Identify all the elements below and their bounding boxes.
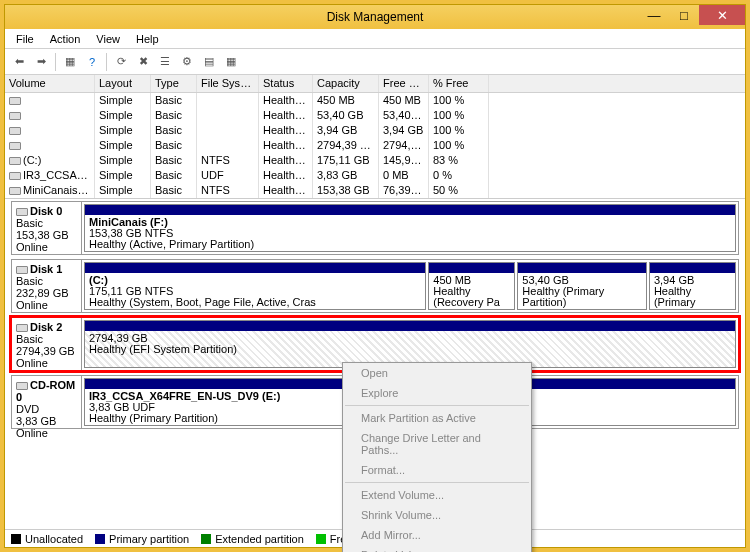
cell: Simple: [95, 183, 151, 198]
cell: Simple: [95, 108, 151, 123]
cell: Healthy (E...: [259, 138, 313, 153]
cell: (C:): [5, 153, 95, 168]
partition-bar: [650, 263, 735, 273]
volume-row[interactable]: SimpleBasicHealthy (E...2794,39 GB2794,3…: [5, 138, 745, 153]
close-button[interactable]: ✕: [699, 5, 745, 25]
cell: NTFS: [197, 153, 259, 168]
column-header[interactable]: % Free: [429, 75, 489, 92]
cell: 3,94 GB: [313, 123, 379, 138]
disk-info[interactable]: Disk 0Basic153,38 GBOnline: [12, 202, 82, 254]
cell: 53,40 GB: [379, 108, 429, 123]
cell: Basic: [151, 138, 197, 153]
column-header[interactable]: Layout: [95, 75, 151, 92]
cell: Simple: [95, 93, 151, 108]
menu-file[interactable]: File: [9, 31, 41, 47]
menu-action[interactable]: Action: [43, 31, 88, 47]
partition-body: 3,94 GBHealthy (Primary Partition): [650, 273, 735, 309]
legend-label: Primary partition: [109, 533, 189, 545]
context-item-delete-volume-: Delete Volume...: [343, 545, 531, 552]
partition-bar: [85, 321, 735, 331]
volume-list: VolumeLayoutTypeFile SystemStatusCapacit…: [5, 75, 745, 199]
volume-icon: [9, 127, 21, 135]
delete-icon[interactable]: ✖: [133, 52, 153, 72]
cell: Healthy (P...: [259, 123, 313, 138]
cell: Healthy (R...: [259, 93, 313, 108]
partition[interactable]: 2794,39 GBHealthy (EFI System Partition): [84, 320, 736, 368]
column-header[interactable]: File System: [197, 75, 259, 92]
cell: [5, 93, 95, 108]
cell: IR3_CCSA_X64FRE...: [5, 168, 95, 183]
partition[interactable]: (C:)175,11 GB NTFSHealthy (System, Boot,…: [84, 262, 426, 310]
context-item-format-: Format...: [343, 460, 531, 480]
cell: [5, 138, 95, 153]
disk-info[interactable]: Disk 2Basic2794,39 GBOnline: [12, 318, 82, 370]
column-header[interactable]: Status: [259, 75, 313, 92]
cell: Basic: [151, 183, 197, 198]
menubar: FileActionViewHelp: [5, 29, 745, 49]
graphical-view-icon[interactable]: ▦: [221, 52, 241, 72]
cell: [5, 123, 95, 138]
column-header[interactable]: Type: [151, 75, 197, 92]
cell: Healthy (A...: [259, 183, 313, 198]
cell: Simple: [95, 153, 151, 168]
column-header[interactable]: Volume: [5, 75, 95, 92]
partition[interactable]: 3,94 GBHealthy (Primary Partition): [649, 262, 736, 310]
context-item-change-drive-letter-and-paths-: Change Drive Letter and Paths...: [343, 428, 531, 460]
volume-row[interactable]: SimpleBasicHealthy (P...3,94 GB3,94 GB10…: [5, 123, 745, 138]
cell: Simple: [95, 123, 151, 138]
cell: Basic: [151, 123, 197, 138]
legend-swatch: [95, 534, 105, 544]
disk-info[interactable]: Disk 1Basic232,89 GBOnline: [12, 260, 82, 312]
forward-icon[interactable]: ➡: [31, 52, 51, 72]
partition-body: 450 MBHealthy (Recovery Pa: [429, 273, 514, 309]
refresh-icon[interactable]: ⟳: [111, 52, 131, 72]
context-item-add-mirror-: Add Mirror...: [343, 525, 531, 545]
disk-info[interactable]: CD-ROM 0DVD3,83 GBOnline: [12, 376, 82, 428]
cell: [197, 123, 259, 138]
partition[interactable]: 450 MBHealthy (Recovery Pa: [428, 262, 515, 310]
disk-icon: [16, 266, 28, 274]
cell: 153,38 GB: [313, 183, 379, 198]
volume-row[interactable]: (C:)SimpleBasicNTFSHealthy (S...175,11 G…: [5, 153, 745, 168]
volume-row[interactable]: IR3_CCSA_X64FRE...SimpleBasicUDFHealthy …: [5, 168, 745, 183]
context-menu[interactable]: OpenExploreMark Partition as ActiveChang…: [342, 362, 532, 552]
context-item-explore: Explore: [343, 383, 531, 403]
properties-icon[interactable]: ☰: [155, 52, 175, 72]
volume-row[interactable]: SimpleBasicHealthy (R...450 MB450 MB100 …: [5, 93, 745, 108]
volume-icon: [9, 172, 21, 180]
cell: [197, 138, 259, 153]
cell: [197, 93, 259, 108]
volume-row[interactable]: SimpleBasicHealthy (P...53,40 GB53,40 GB…: [5, 108, 745, 123]
column-headers[interactable]: VolumeLayoutTypeFile SystemStatusCapacit…: [5, 75, 745, 93]
list-view-icon[interactable]: ▤: [199, 52, 219, 72]
cell: Basic: [151, 153, 197, 168]
legend-swatch: [11, 534, 21, 544]
titlebar[interactable]: Disk Management — □ ✕: [5, 5, 745, 29]
cell: [197, 108, 259, 123]
volume-row[interactable]: MiniCanais (F:)SimpleBasicNTFSHealthy (A…: [5, 183, 745, 198]
cell: 2794,39 ...: [379, 138, 429, 153]
help-icon[interactable]: ?: [82, 52, 102, 72]
volume-icon: [9, 97, 21, 105]
settings-icon[interactable]: ⚙: [177, 52, 197, 72]
column-header[interactable]: Free Spa...: [379, 75, 429, 92]
column-header[interactable]: Capacity: [313, 75, 379, 92]
legend-label: Unallocated: [25, 533, 83, 545]
cell: 0 MB: [379, 168, 429, 183]
menu-help[interactable]: Help: [129, 31, 166, 47]
menu-view[interactable]: View: [89, 31, 127, 47]
cell: [5, 108, 95, 123]
disk-row: Disk 0Basic153,38 GBOnlineMiniCanais (F:…: [11, 201, 739, 255]
show-hide-icon[interactable]: ▦: [60, 52, 80, 72]
partition[interactable]: MiniCanais (F:)153,38 GB NTFSHealthy (Ac…: [84, 204, 736, 252]
legend-swatch: [201, 534, 211, 544]
cell: 450 MB: [313, 93, 379, 108]
back-icon[interactable]: ⬅: [9, 52, 29, 72]
maximize-button[interactable]: □: [669, 5, 699, 25]
disk-row: Disk 1Basic232,89 GBOnline(C:)175,11 GB …: [11, 259, 739, 313]
cell: 450 MB: [379, 93, 429, 108]
partition[interactable]: 53,40 GBHealthy (Primary Partition): [517, 262, 647, 310]
cell: Healthy (P...: [259, 108, 313, 123]
legend-label: Extended partition: [215, 533, 304, 545]
minimize-button[interactable]: —: [639, 5, 669, 25]
